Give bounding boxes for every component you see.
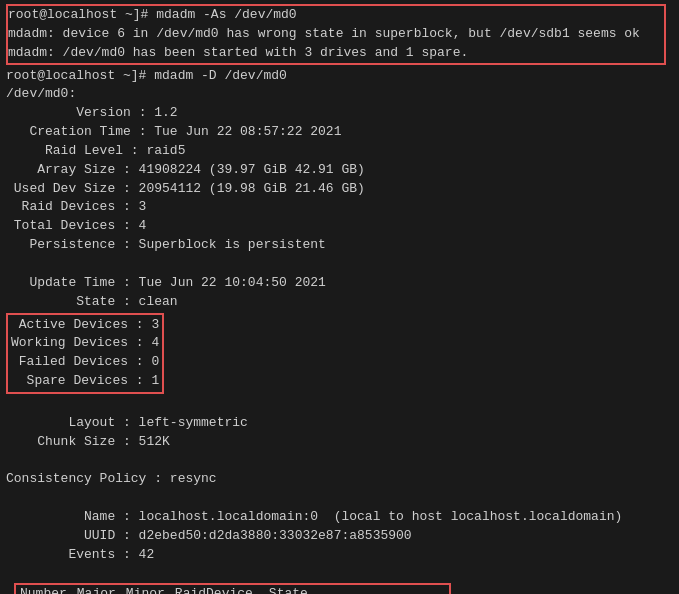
path-line: /dev/md0: [6, 85, 673, 104]
col-minor: Minor [126, 584, 175, 594]
blank-line-5 [6, 564, 673, 583]
array-size-line: Array Size : 41908224 (39.97 GiB 42.91 G… [6, 161, 673, 180]
cmd2-line: root@localhost ~]# mdadm -D /dev/md0 [6, 67, 673, 86]
version-line: Version : 1.2 [6, 104, 673, 123]
blank-line-3 [6, 451, 673, 470]
failed-devices-line: Failed Devices : 0 [11, 353, 159, 372]
blank-line-2 [6, 395, 673, 414]
cmd1-line: root@localhost ~]# mdadm -As /dev/md0 [8, 6, 664, 25]
device-table: Number Major Minor RaidDevice State 3 8 … [14, 583, 451, 594]
blank-line-4 [6, 489, 673, 508]
events-line: Events : 42 [6, 546, 673, 565]
table-header: Number Major Minor RaidDevice State [15, 584, 450, 594]
working-devices-line: Working Devices : 4 [11, 334, 159, 353]
name-line: Name : localhost.localdomain:0 (local to… [6, 508, 673, 527]
update-time-line: Update Time : Tue Jun 22 10:04:50 2021 [6, 274, 673, 293]
chunk-size-line: Chunk Size : 512K [6, 433, 673, 452]
raid-level-line: Raid Level : raid5 [6, 142, 673, 161]
raid-devices-line: Raid Devices : 3 [6, 198, 673, 217]
consistency-line: Consistency Policy : resync [6, 470, 673, 489]
total-devices-line: Total Devices : 4 [6, 217, 673, 236]
warn2-line: mdadm: /dev/md0 has been started with 3 … [8, 44, 664, 63]
spare-devices-line: Spare Devices : 1 [11, 372, 159, 391]
creation-line: Creation Time : Tue Jun 22 08:57:22 2021 [6, 123, 673, 142]
persistence-line: Persistence : Superblock is persistent [6, 236, 673, 255]
uuid-line: UUID : d2ebed50:d2da3880:33032e87:a85359… [6, 527, 673, 546]
col-dev [375, 584, 450, 594]
col-raiddevice: RaidDevice [175, 584, 269, 594]
active-devices-line: Active Devices : 3 [11, 316, 159, 335]
col-state: State [269, 584, 375, 594]
state-line: State : clean [6, 293, 673, 312]
terminal: root@localhost ~]# mdadm -As /dev/md0 md… [0, 0, 679, 594]
layout-line: Layout : left-symmetric [6, 414, 673, 433]
used-dev-line: Used Dev Size : 20954112 (19.98 GiB 21.4… [6, 180, 673, 199]
col-major: Major [77, 584, 126, 594]
warn1-line: mdadm: device 6 in /dev/md0 has wrong st… [8, 25, 664, 44]
col-number: Number [15, 584, 77, 594]
blank-line-1 [6, 255, 673, 274]
